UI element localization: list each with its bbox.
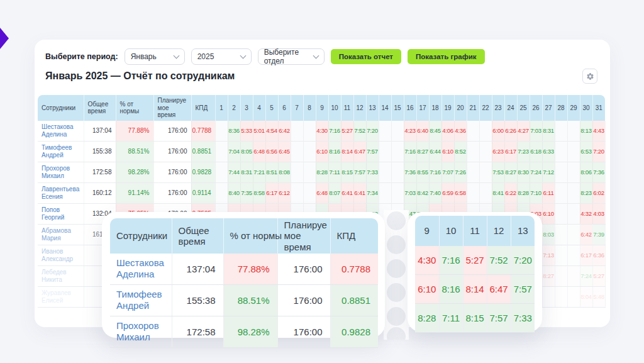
day-cell [303, 162, 316, 182]
zoom-connector [384, 210, 409, 340]
day-cell: 8:15 [463, 304, 487, 333]
pct-cell: 77.88% [116, 121, 153, 142]
day-cell: 7:10 [530, 182, 542, 203]
chevron-down-icon [313, 53, 319, 59]
day-cell: 5:48 [592, 286, 605, 307]
page-title: Январь 2025 — Отчёт по сотрудникам [45, 70, 235, 82]
employee-cell: Журавлев Елисей [38, 286, 84, 307]
day-cell: 8:27 [416, 141, 429, 162]
pct-cell: 88.51% [223, 284, 277, 316]
day-cell [555, 245, 567, 265]
day-cell: 8:03 [542, 224, 555, 245]
day-cell: 8:14 [463, 275, 487, 304]
day-header: 6 [278, 95, 291, 121]
employee-link[interactable]: Лебедев Никита [42, 269, 67, 283]
planned-time-header: Планируе мое время [277, 218, 330, 254]
planned-time-cell: 176:00 [153, 182, 191, 203]
day-cell [215, 162, 228, 182]
day-cell: 6:58 [454, 182, 467, 203]
day-cell: 6:10 [441, 141, 454, 162]
day-cell [291, 141, 303, 162]
employee-cell: Попов Георгий [38, 203, 84, 224]
day-header: 17 [416, 95, 429, 121]
day-header: 8 [303, 95, 316, 121]
department-select[interactable]: Выберите отдел [258, 48, 325, 65]
day-cell [542, 286, 555, 307]
employee-link[interactable]: Тимофеев Андрей [116, 289, 162, 311]
day-cell: 6:41 [353, 182, 366, 203]
day-cell: 5:27 [592, 265, 605, 286]
employee-link[interactable]: Прохоров Михаил [42, 165, 70, 179]
day-cell: 6:59 [441, 182, 454, 203]
day-cell [303, 141, 316, 162]
day-cell: 7:12 [542, 162, 555, 182]
day-cell: 5:27 [463, 246, 487, 275]
employee-link[interactable]: Шестакова Аделина [116, 257, 164, 279]
planned-time-cell: 176:00 [277, 254, 330, 285]
employees-header: Сотрудники [110, 218, 172, 254]
chevron-down-icon [240, 53, 246, 59]
connector-dot [387, 307, 406, 326]
day-cell: 8:05 [240, 141, 253, 162]
day-header: 10 [328, 95, 341, 121]
page-arrow-decoration [0, 28, 9, 49]
day-cell: 6:17 [265, 182, 278, 203]
table-row: Тимофеев Андрей155:3888.51%176:000.88517… [38, 141, 605, 162]
day-cell [467, 162, 479, 182]
day-cell: 8:28 [316, 162, 328, 182]
day-cell [303, 182, 316, 203]
day-cell: 8:36 [228, 121, 240, 142]
employee-link[interactable]: Попов Георгий [42, 206, 64, 221]
day-cell: 6:33 [542, 141, 555, 162]
day-cell [567, 286, 580, 307]
total-time-header: Общее время [84, 95, 116, 121]
employee-link[interactable]: Абрамова Мария [42, 227, 71, 242]
month-select[interactable]: Январь [125, 48, 185, 65]
day-cell [555, 162, 567, 182]
kpd-cell: 0.9828 [191, 162, 215, 182]
employee-link[interactable]: Лаврентьева Есения [42, 186, 79, 200]
day-cell: 5:01 [253, 121, 265, 142]
day-cell [567, 121, 580, 142]
show-chart-button[interactable]: Показать график [408, 49, 485, 64]
year-select[interactable]: 2025 [191, 48, 252, 65]
day-header: 13 [366, 95, 379, 121]
department-select-value: Выберите отдел [264, 48, 310, 65]
employee-link[interactable]: Шестакова Аделина [42, 123, 74, 138]
show-report-button[interactable]: Показать отчет [331, 49, 401, 64]
day-header: 9 [415, 216, 439, 246]
day-cell: 7:57 [511, 275, 535, 304]
day-header: 24 [504, 95, 517, 121]
day-cell [555, 182, 567, 203]
employee-cell: Лебедев Никита [38, 265, 84, 286]
day-header: 12 [353, 95, 366, 121]
day-cell [467, 121, 479, 142]
day-cell [567, 265, 580, 286]
settings-button[interactable] [582, 69, 597, 84]
day-cell: 6:48 [253, 141, 265, 162]
employee-link[interactable]: Журавлев Елисей [42, 289, 71, 304]
day-cell: 7:39 [592, 224, 605, 245]
day-cell: 6:23 [492, 141, 504, 162]
day-cell: 6:47 [487, 275, 511, 304]
day-cell: 8:27 [542, 265, 555, 286]
day-cell: 7:04 [228, 141, 240, 162]
employee-cell: Лаврентьева Есения [38, 182, 84, 203]
day-cell: 8:58 [253, 182, 265, 203]
day-cell [291, 182, 303, 203]
day-header: 4 [253, 95, 265, 121]
employee-cell: Тимофеев Андрей [110, 284, 172, 316]
chevron-down-icon [173, 53, 179, 59]
day-header: 5 [265, 95, 278, 121]
day-cell: 8:07 [328, 182, 341, 203]
employee-link[interactable]: Прохоров Михаил [116, 320, 159, 342]
day-cell: 6:42 [580, 224, 592, 245]
table-row: Прохоров Михаил172:5898.28%176:000.98287… [38, 162, 605, 182]
employees-header: Сотрудники [38, 95, 84, 121]
zoom-detail-card-left: Сотрудники Общее время % от нормы Планир… [102, 212, 385, 338]
employee-cell: Шестакова Аделина [38, 121, 84, 142]
employee-link[interactable]: Иванов Александр [42, 248, 73, 262]
day-cell [215, 141, 228, 162]
total-time-cell: 155:38 [172, 284, 223, 316]
employee-link[interactable]: Тимофеев Андрей [42, 144, 72, 159]
